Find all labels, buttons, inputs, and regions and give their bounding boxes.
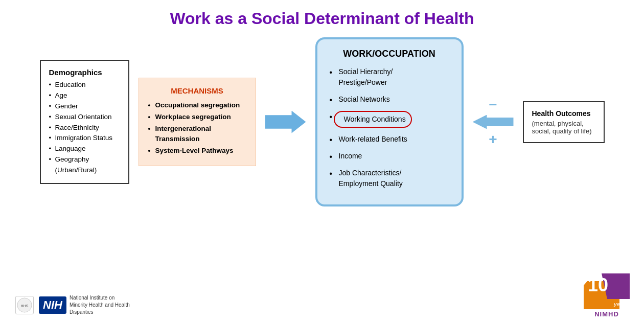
nimhd-years: years: [614, 301, 628, 307]
list-item: Work-related Benefits: [330, 134, 449, 145]
list-item: Age: [49, 90, 120, 101]
mechanisms-list: Occupational segregation Workplace segre…: [148, 100, 246, 157]
nimhd-number: 10: [588, 276, 608, 294]
list-item: Social Networks: [330, 94, 449, 105]
list-item: Sexual Orientation: [49, 112, 120, 123]
nimhd-logo: 10 years NIMHD: [584, 273, 630, 318]
arrow-right-icon: [265, 111, 306, 133]
list-item: Geography (Urban/Rural): [49, 154, 120, 176]
list-item: Language: [49, 144, 120, 154]
nimhd-label: NIMHD: [594, 310, 619, 318]
work-occupation-title: WORK/OCCUPATION: [330, 49, 449, 59]
nih-badge: NIH: [39, 296, 66, 314]
mechanisms-title: MECHANISMS: [148, 86, 246, 95]
page-title: Work as a Social Determinant of Health: [0, 0, 644, 33]
demographics-box: Demographics Education Age Gender Sexual…: [40, 60, 129, 184]
work-occupation-box: WORK/OCCUPATION Social Hierarchy/Prestig…: [315, 37, 464, 206]
list-item: Income: [330, 151, 449, 162]
arrow-right-container: [265, 111, 306, 133]
arrow-left-icon: [473, 115, 514, 129]
list-item: Social Hierarchy/Prestige/Power: [330, 66, 449, 88]
list-item: Immigration Status: [49, 133, 120, 144]
demographics-list: Education Age Gender Sexual Orientation …: [49, 80, 120, 176]
nih-logo: NIH National Institute on Minority Healt…: [39, 294, 131, 316]
health-outcomes-box: Health Outcomes (mental, physical, socia…: [523, 101, 605, 143]
minus-icon: −: [489, 98, 497, 112]
health-outcomes-title: Health Outcomes: [532, 109, 595, 118]
health-outcomes-subtitle: (mental, physical, social, quality of li…: [532, 120, 595, 135]
list-item: Gender: [49, 101, 120, 112]
list-item: Working Conditions: [330, 111, 449, 128]
nimhd-badge: 10 years: [584, 273, 630, 309]
demographics-title: Demographics: [49, 68, 120, 77]
list-item: Job Characteristics/Employment Quality: [330, 168, 449, 189]
list-item: Education: [49, 80, 120, 90]
list-item: Intergenerational Transmission: [148, 124, 246, 145]
content-area: Demographics Education Age Gender Sexual…: [0, 37, 644, 206]
nih-text: National Institute on Minority Health an…: [70, 294, 131, 316]
footer: HHS NIH National Institute on Minority H…: [15, 294, 131, 316]
bidirectional-arrow: − +: [473, 98, 514, 147]
plus-icon: +: [489, 132, 497, 147]
list-item: Occupational segregation: [148, 100, 246, 111]
list-item: System-Level Pathways: [148, 146, 246, 156]
list-item: Race/Ethnicity: [49, 123, 120, 133]
mechanisms-box: MECHANISMS Occupational segregation Work…: [139, 78, 256, 167]
list-item: Workplace segregation: [148, 112, 246, 123]
svg-text:HHS: HHS: [21, 304, 29, 308]
working-conditions-highlighted: Working Conditions: [334, 111, 412, 128]
hhs-logo: HHS: [15, 296, 34, 314]
work-occupation-list: Social Hierarchy/Prestige/Power Social N…: [330, 66, 449, 189]
